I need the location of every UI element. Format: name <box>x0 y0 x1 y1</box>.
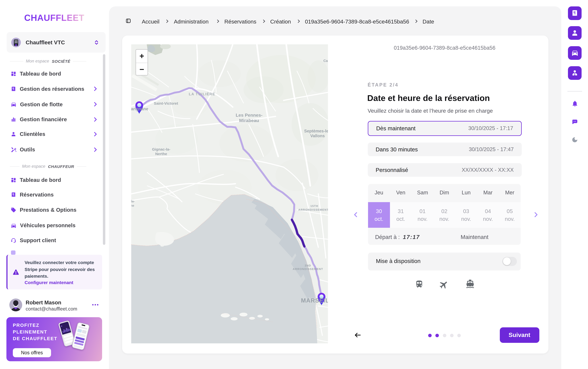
svg-text:LA TUILIÈRE: LA TUILIÈRE <box>189 92 215 96</box>
svg-text:MARSEILLE: MARSEILLE <box>301 297 328 304</box>
svg-text:ARRONDISSEMENT: ARRONDISSEMENT <box>293 267 323 270</box>
svg-text:Mirabeau: Mirabeau <box>239 118 259 123</box>
svg-text:-la-: -la- <box>131 199 135 203</box>
svg-text:Saint-Victoret: Saint-Victoret <box>154 101 178 105</box>
svg-text:Nerthe: Nerthe <box>155 152 167 156</box>
svg-text:Les Pennes-: Les Pennes- <box>236 112 262 118</box>
svg-text:Septèmes-les: Septèmes-les <box>304 129 328 133</box>
svg-text:ARRONDISSEMENT: ARRONDISSEMENT <box>298 208 328 211</box>
svg-text:Vallons: Vallons <box>310 133 325 138</box>
svg-text:ne: ne <box>131 204 134 207</box>
svg-text:15TH: 15TH <box>310 204 318 208</box>
svg-text:Marignane: Marignane <box>131 107 148 111</box>
svg-text:Cal: Cal <box>323 59 328 63</box>
svg-text:Gignac-la-: Gignac-la- <box>152 147 170 151</box>
svg-text:2ND: 2ND <box>305 264 311 267</box>
